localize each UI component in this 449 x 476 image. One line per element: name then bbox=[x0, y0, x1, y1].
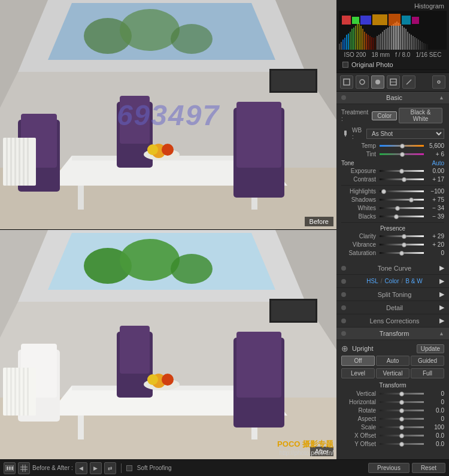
hsl-arrow: ▶ bbox=[439, 277, 444, 285]
rotate-thumb[interactable] bbox=[399, 408, 404, 413]
adjust-tool-btn[interactable] bbox=[371, 75, 384, 89]
move-icon[interactable]: ⊕ bbox=[341, 344, 348, 353]
highlights-thumb[interactable] bbox=[381, 189, 386, 194]
svg-rect-74 bbox=[357, 24, 358, 50]
vibrance-track[interactable] bbox=[380, 244, 424, 245]
clarity-track[interactable] bbox=[380, 235, 424, 237]
saturation-thumb[interactable] bbox=[399, 251, 404, 256]
svg-rect-43 bbox=[78, 416, 84, 439]
horizontal-row: Horizontal 0 bbox=[341, 399, 444, 405]
prev-view-btn[interactable]: ◀ bbox=[75, 462, 87, 474]
upright-guided-btn[interactable]: Guided bbox=[411, 356, 444, 366]
upright-auto-btn[interactable]: Auto bbox=[376, 356, 409, 366]
update-btn[interactable]: Update bbox=[417, 344, 444, 353]
shadows-thumb[interactable] bbox=[409, 198, 414, 202]
contrast-thumb[interactable] bbox=[402, 177, 406, 182]
split-toning-section[interactable]: Split Toning ▶ bbox=[336, 288, 449, 301]
scale-track[interactable] bbox=[380, 426, 424, 428]
saturation-track[interactable] bbox=[380, 252, 424, 254]
spot-tool-btn[interactable] bbox=[356, 75, 369, 89]
horizontal-thumb[interactable] bbox=[399, 400, 404, 405]
before-label: Before bbox=[305, 217, 333, 226]
scale-thumb[interactable] bbox=[399, 425, 404, 430]
swap-btn[interactable]: ⇄ bbox=[104, 462, 116, 474]
brush-tool-btn[interactable] bbox=[402, 75, 415, 89]
wb-select[interactable]: As Shot bbox=[366, 129, 444, 139]
tint-track[interactable] bbox=[380, 153, 424, 155]
vertical-thumb[interactable] bbox=[399, 392, 404, 396]
vertical-track[interactable] bbox=[380, 393, 424, 395]
crop-tool-btn[interactable] bbox=[340, 75, 353, 89]
contrast-row: Contrast + 17 bbox=[341, 176, 444, 183]
blacks-track[interactable] bbox=[380, 216, 424, 217]
next-view-btn[interactable]: ▶ bbox=[90, 462, 102, 474]
svg-rect-103 bbox=[409, 34, 410, 50]
whites-track[interactable] bbox=[380, 207, 424, 209]
grid-btn[interactable] bbox=[18, 462, 30, 474]
exposure-track[interactable] bbox=[380, 170, 424, 172]
vibrance-thumb[interactable] bbox=[402, 242, 406, 247]
rotate-track[interactable] bbox=[380, 410, 424, 411]
histogram-title: Histogram bbox=[339, 2, 447, 10]
exposure-thumb[interactable] bbox=[399, 169, 404, 174]
highlights-track[interactable] bbox=[380, 190, 424, 192]
temp-value: 5,600 bbox=[425, 143, 444, 149]
shadows-track[interactable] bbox=[380, 199, 424, 201]
previous-btn[interactable]: Previous bbox=[368, 463, 409, 473]
presence-header: Presence bbox=[341, 225, 444, 232]
lens-corrections-section[interactable]: Lens Corrections ▶ bbox=[336, 314, 449, 328]
svg-rect-82 bbox=[371, 37, 372, 50]
tone-divider bbox=[341, 185, 444, 186]
bw-btn[interactable]: B & W bbox=[405, 278, 422, 284]
temp-track[interactable] bbox=[380, 145, 424, 147]
whites-thumb[interactable] bbox=[395, 206, 400, 211]
bw-treatment-btn[interactable]: Black & White bbox=[399, 108, 442, 123]
saturation-value: 0 bbox=[425, 250, 444, 256]
svg-rect-98 bbox=[400, 24, 401, 50]
aspect-thumb[interactable] bbox=[399, 417, 404, 422]
contrast-track[interactable] bbox=[380, 178, 424, 180]
color-treatment-btn[interactable]: Color bbox=[372, 111, 397, 120]
hsl-section[interactable]: HSL / Color / B & W ▶ bbox=[336, 275, 449, 288]
soft-proofing-checkbox[interactable] bbox=[126, 465, 132, 471]
grad-tool-btn[interactable] bbox=[387, 75, 400, 89]
xoffset-track[interactable] bbox=[380, 435, 424, 436]
xoffset-thumb[interactable] bbox=[399, 433, 404, 438]
hsl-btn[interactable]: HSL bbox=[366, 278, 378, 284]
filmstrip-btn[interactable] bbox=[4, 462, 16, 474]
svg-rect-121 bbox=[412, 17, 419, 24]
basic-section-header[interactable]: Basic ▲ bbox=[336, 92, 449, 104]
tone-curve-section[interactable]: Tone Curve ▶ bbox=[336, 262, 449, 275]
tint-thumb[interactable] bbox=[400, 152, 405, 157]
aspect-track[interactable] bbox=[380, 418, 424, 420]
original-photo-checkbox[interactable] bbox=[342, 62, 348, 68]
exposure-value: 0.00 bbox=[425, 168, 444, 174]
aspect-label: Aspect bbox=[341, 416, 378, 422]
saturation-row: Saturation 0 bbox=[341, 250, 444, 256]
clarity-label: Clarity bbox=[341, 233, 378, 239]
yoffset-thumb[interactable] bbox=[399, 442, 404, 447]
upright-vertical-btn[interactable]: Vertical bbox=[376, 368, 409, 378]
rotate-row: Rotate 0.0 bbox=[341, 407, 444, 414]
settings-btn[interactable] bbox=[432, 75, 445, 89]
svg-rect-66 bbox=[342, 40, 344, 50]
transform-section-header[interactable]: Transform ▲ bbox=[336, 328, 449, 340]
upright-off-btn[interactable]: Off bbox=[341, 356, 375, 366]
eyedropper-icon[interactable] bbox=[341, 129, 350, 138]
svg-rect-129 bbox=[344, 131, 347, 135]
svg-rect-101 bbox=[405, 29, 406, 50]
color-btn[interactable]: Color bbox=[385, 278, 399, 284]
auto-btn[interactable]: Auto bbox=[432, 160, 444, 166]
reset-btn[interactable]: Reset bbox=[412, 463, 445, 473]
upright-level-btn[interactable]: Level bbox=[341, 368, 375, 378]
horizontal-track[interactable] bbox=[380, 401, 424, 403]
svg-rect-29 bbox=[27, 138, 29, 186]
scale-label: Scale bbox=[341, 424, 378, 430]
yoffset-track[interactable] bbox=[380, 443, 424, 445]
detail-section[interactable]: Detail ▶ bbox=[336, 301, 449, 314]
vibrance-value: + 20 bbox=[425, 241, 444, 248]
upright-full-btn[interactable]: Full bbox=[411, 368, 444, 378]
blacks-thumb[interactable] bbox=[394, 214, 399, 219]
clarity-thumb[interactable] bbox=[402, 234, 406, 239]
temp-thumb[interactable] bbox=[400, 144, 405, 148]
